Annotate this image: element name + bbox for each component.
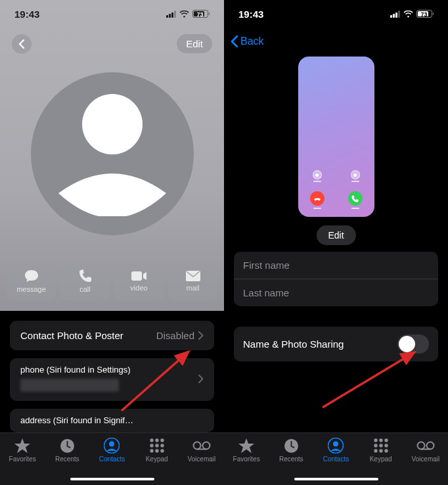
svg-point-17	[202, 442, 210, 450]
keypad-icon	[374, 438, 388, 453]
poster-mini-icons	[298, 170, 374, 182]
svg-point-13	[150, 449, 153, 452]
video-icon	[131, 271, 147, 281]
keypad-icon	[150, 438, 164, 453]
message-action[interactable]: message	[7, 262, 56, 300]
wifi-icon	[403, 11, 413, 18]
video-label: video	[130, 284, 147, 292]
battery-icon: 73	[416, 10, 434, 18]
svg-point-8	[155, 438, 158, 442]
first-name-field[interactable]: First name	[234, 252, 438, 279]
svg-line-19	[323, 352, 414, 407]
edit-button[interactable]: Edit	[177, 34, 212, 53]
svg-point-23	[374, 438, 377, 442]
signal-icon	[390, 11, 400, 18]
mail-action[interactable]: mail	[168, 262, 217, 300]
clock-icon	[60, 438, 75, 453]
svg-point-12	[160, 444, 164, 447]
back-link[interactable]: Back	[231, 35, 264, 47]
voicemail-icon	[192, 441, 211, 450]
name-fields: First name Last name	[234, 252, 438, 306]
svg-point-31	[384, 449, 388, 452]
status-indicators: 73	[390, 10, 434, 18]
tab-bar: Favorites Recents Contacts Keypad Voicem…	[0, 432, 224, 485]
contact-avatar	[31, 72, 194, 235]
star-icon	[238, 438, 254, 453]
svg-point-24	[379, 438, 382, 442]
status-time: 19:43	[14, 9, 39, 20]
phone-number-redacted	[20, 379, 119, 392]
accept-icon	[348, 191, 363, 206]
star-icon	[14, 438, 30, 453]
battery-icon: 73	[192, 10, 210, 18]
contacts-icon	[104, 438, 120, 453]
svg-point-9	[160, 438, 164, 442]
svg-point-29	[374, 449, 377, 452]
svg-point-25	[384, 438, 388, 442]
svg-point-6	[109, 442, 114, 447]
svg-point-16	[193, 442, 200, 450]
svg-point-32	[417, 442, 424, 450]
video-action[interactable]: video	[114, 262, 164, 300]
status-bar: 19:43 73	[224, 0, 448, 28]
status-indicators: 73	[166, 10, 210, 18]
tab-voicemail[interactable]: Voicemail	[406, 437, 445, 485]
mail-label: mail	[186, 284, 199, 292]
svg-point-14	[155, 449, 158, 452]
call-label: call	[79, 285, 91, 293]
edit-poster-button[interactable]: Edit	[316, 225, 355, 245]
svg-point-7	[150, 438, 153, 442]
back-label: Back	[240, 35, 264, 47]
svg-point-30	[379, 449, 382, 452]
annotation-arrow	[115, 345, 200, 417]
svg-point-11	[155, 444, 158, 447]
signal-icon	[166, 11, 176, 18]
phone-icon	[79, 269, 92, 283]
home-indicator	[70, 478, 154, 481]
svg-point-15	[160, 449, 164, 452]
svg-point-0	[82, 94, 143, 154]
chevron-left-icon	[231, 35, 238, 47]
contacts-icon	[328, 438, 344, 453]
voicemail-icon	[416, 441, 435, 450]
decline-icon	[310, 191, 325, 206]
tab-favorites[interactable]: Favorites	[3, 437, 42, 485]
annotation-arrow	[316, 347, 428, 413]
message-label: message	[16, 285, 46, 293]
svg-point-27	[379, 444, 382, 447]
message-icon	[24, 269, 39, 283]
status-time: 19:43	[238, 9, 263, 20]
svg-point-33	[426, 442, 434, 450]
person-silhouette-icon	[53, 91, 171, 216]
chevron-left-icon	[18, 39, 25, 49]
contact-hero: Edit message call video mail	[0, 0, 224, 311]
svg-point-28	[384, 444, 388, 447]
tab-favorites[interactable]: Favorites	[227, 437, 266, 485]
call-action[interactable]: call	[60, 262, 110, 300]
svg-point-22	[333, 442, 338, 447]
tab-bar: Favorites Recents Contacts Keypad Voicem…	[224, 432, 448, 485]
last-name-field[interactable]: Last name	[234, 279, 438, 306]
svg-rect-1	[131, 271, 142, 281]
chevron-right-icon	[198, 331, 204, 340]
poster-preview[interactable]	[298, 57, 374, 217]
clock-icon	[284, 438, 299, 453]
back-button[interactable]	[12, 34, 32, 54]
contact-poster-title: Contact Photo & Poster	[20, 330, 123, 341]
svg-line-3	[122, 352, 189, 411]
mail-icon	[186, 271, 200, 281]
wifi-icon	[179, 11, 189, 18]
contact-poster-value: Disabled	[156, 330, 194, 341]
svg-point-10	[150, 444, 153, 447]
svg-point-26	[374, 444, 377, 447]
home-indicator	[294, 478, 378, 481]
status-bar: 19:43 73	[0, 0, 224, 28]
tab-voicemail[interactable]: Voicemail	[182, 437, 221, 485]
